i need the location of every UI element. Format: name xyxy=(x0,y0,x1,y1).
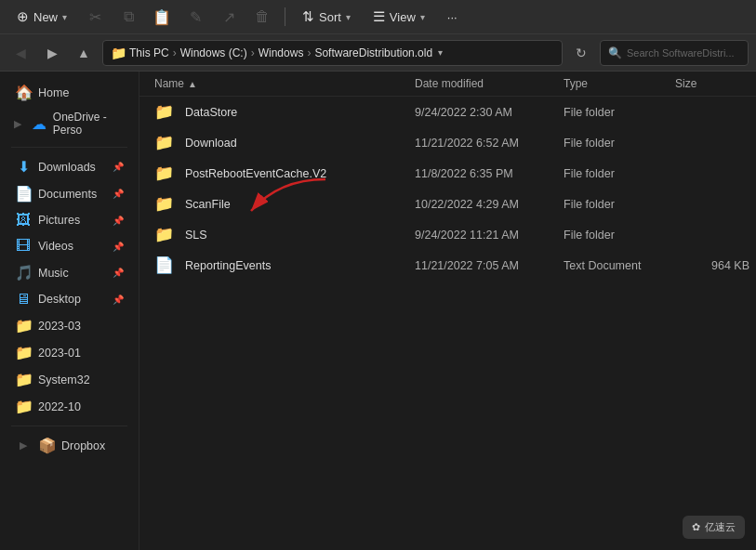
file-date: 10/22/2022 4:29 AM xyxy=(415,198,564,211)
sidebar-item-2023-01[interactable]: 📁 2023-01 xyxy=(4,339,135,366)
filelist-header: Name ▲ Date modified Type Size xyxy=(139,72,756,97)
watermark: ✿ 亿速云 xyxy=(683,516,745,539)
pictures-icon: 🖼 xyxy=(15,212,32,229)
table-row[interactable]: 📄 ReportingEvents 11/21/2022 7:05 AM Tex… xyxy=(139,250,756,281)
sidebar-item-2022-10[interactable]: 📁 2022-10 xyxy=(4,393,135,420)
downloads-icon: ⬇ xyxy=(15,158,32,176)
col-header-name[interactable]: Name ▲ xyxy=(154,77,415,90)
delete-button[interactable]: 🗑 xyxy=(247,4,277,30)
share-button[interactable]: ↗ xyxy=(214,4,244,30)
rename-button[interactable]: ✎ xyxy=(180,4,210,30)
watermark-text: 亿速云 xyxy=(705,520,736,534)
file-type: File folder xyxy=(564,137,675,150)
more-label: ··· xyxy=(447,10,458,24)
sidebar-item-pictures[interactable]: 🖼 Pictures 📌 xyxy=(4,207,135,233)
onedrive-expand-icon: ▶ xyxy=(11,118,25,130)
dropbox-expand-icon: ▶ xyxy=(15,439,32,452)
file-rows-container: 📁 DataStore 9/24/2022 2:30 AM File folde… xyxy=(139,97,756,281)
file-icon: 📄 xyxy=(154,255,174,275)
refresh-button[interactable]: ↻ xyxy=(568,40,594,66)
sidebar-item-system32-label: System32 xyxy=(38,373,90,386)
cut-button[interactable]: ✂ xyxy=(80,4,110,30)
folder-2022-10-icon: 📁 xyxy=(15,398,32,415)
sidebar-separator-1 xyxy=(11,147,127,148)
search-box[interactable]: 🔍 Search SoftwareDistri... xyxy=(600,40,749,66)
watermark-icon: ✿ xyxy=(692,521,700,533)
sidebar-item-2023-03-label: 2023-03 xyxy=(38,320,81,333)
dropbox-icon: 📦 xyxy=(38,437,55,454)
sidebar: 🏠 Home ▶ ☁ OneDrive - Perso ⬇ Downloads … xyxy=(0,72,139,550)
table-row[interactable]: 📁 DataStore 9/24/2022 2:30 AM File folde… xyxy=(139,97,756,127)
sidebar-item-home-label: Home xyxy=(38,86,69,99)
sidebar-item-downloads-label: Downloads xyxy=(38,161,96,174)
more-button[interactable]: ··· xyxy=(438,7,467,28)
sort-chevron-icon: ▾ xyxy=(346,12,351,22)
sidebar-item-home[interactable]: 🏠 Home xyxy=(4,79,135,106)
sidebar-item-system32[interactable]: 📁 System32 xyxy=(4,366,135,393)
path-dropdown-icon[interactable]: ▾ xyxy=(438,47,443,58)
file-type: File folder xyxy=(564,229,675,242)
copy-button[interactable]: ⧉ xyxy=(113,4,143,30)
table-row[interactable]: 📁 Download 11/21/2022 6:52 AM File folde… xyxy=(139,127,756,158)
new-icon: ⊕ xyxy=(17,8,29,25)
file-name: ReportingEvents xyxy=(185,259,271,272)
sidebar-separator-2 xyxy=(11,426,127,426)
path-thispc: 📁 This PC xyxy=(111,46,169,60)
col-header-date[interactable]: Date modified xyxy=(415,77,564,90)
pin-icon-documents: 📌 xyxy=(113,189,124,199)
sidebar-item-music-label: Music xyxy=(38,267,69,280)
back-button[interactable]: ◀ xyxy=(7,40,33,66)
sidebar-item-2022-10-label: 2022-10 xyxy=(38,400,81,413)
col-header-size[interactable]: Size xyxy=(675,77,749,90)
toolbar-separator xyxy=(285,7,285,26)
documents-icon: 📄 xyxy=(15,185,32,203)
file-list: Name ▲ Date modified Type Size 📁 DataSto… xyxy=(139,72,756,550)
folder-system32-icon: 📁 xyxy=(15,371,32,388)
file-type: Text Document xyxy=(564,259,675,272)
file-name: DataStore xyxy=(185,106,237,119)
sidebar-item-documents[interactable]: 📄 Documents 📌 xyxy=(4,180,135,207)
sidebar-item-dropbox[interactable]: ▶ 📦 Dropbox xyxy=(4,432,135,459)
view-button[interactable]: ☰ View ▾ xyxy=(364,5,434,29)
path-bar[interactable]: 📁 This PC › Windows (C:) › Windows › Sof… xyxy=(102,40,563,66)
table-row[interactable]: 📁 SLS 9/24/2022 11:21 AM File folder xyxy=(139,219,756,250)
folder-2023-01-icon: 📁 xyxy=(15,344,32,361)
up-button[interactable]: ▲ xyxy=(71,40,97,66)
sidebar-item-onedrive[interactable]: ▶ ☁ OneDrive - Perso xyxy=(4,106,135,141)
file-name: Download xyxy=(185,137,237,150)
table-row[interactable]: 📁 PostRebootEventCache.V2 11/8/2022 6:35… xyxy=(139,158,756,189)
file-name: ScanFile xyxy=(185,198,231,211)
toolbar: ⊕ New ▾ ✂ ⧉ 📋 ✎ ↗ 🗑 ⇅ Sort ▾ ☰ View ▾ ··… xyxy=(0,0,756,34)
new-label: New xyxy=(33,10,58,24)
file-icon: 📁 xyxy=(154,102,174,122)
new-button[interactable]: ⊕ New ▾ xyxy=(7,5,76,29)
file-icon: 📁 xyxy=(154,133,174,152)
sidebar-item-documents-label: Documents xyxy=(38,188,97,201)
file-name: PostRebootEventCache.V2 xyxy=(185,167,326,180)
main-layout: 🏠 Home ▶ ☁ OneDrive - Perso ⬇ Downloads … xyxy=(0,72,756,550)
file-date: 9/24/2022 2:30 AM xyxy=(415,106,564,119)
sidebar-item-downloads[interactable]: ⬇ Downloads 📌 xyxy=(4,153,135,180)
col-header-type[interactable]: Type xyxy=(564,77,675,90)
thispc-folder-icon: 📁 xyxy=(111,46,126,60)
table-row[interactable]: 📁 ScanFile 10/22/2022 4:29 AM File folde… xyxy=(139,189,756,219)
sidebar-item-videos-label: Videos xyxy=(38,240,73,253)
sort-button[interactable]: ⇅ Sort ▾ xyxy=(293,5,360,29)
sidebar-item-desktop[interactable]: 🖥 Desktop 📌 xyxy=(4,286,135,312)
path-sep-1: › xyxy=(173,46,177,59)
path-softdist: SoftwareDistribution.old xyxy=(314,46,432,59)
paste-button[interactable]: 📋 xyxy=(147,4,177,30)
sidebar-item-dropbox-label: Dropbox xyxy=(61,439,105,452)
forward-button[interactable]: ▶ xyxy=(39,40,65,66)
file-date: 11/21/2022 7:05 AM xyxy=(415,259,564,272)
sidebar-item-videos[interactable]: 🎞 Videos 📌 xyxy=(4,233,135,259)
onedrive-icon: ☁ xyxy=(32,115,46,133)
file-icon: 📁 xyxy=(154,194,174,214)
path-windows: Windows xyxy=(259,46,304,59)
address-bar: ◀ ▶ ▲ 📁 This PC › Windows (C:) › Windows… xyxy=(0,34,756,72)
sidebar-item-music[interactable]: 🎵 Music 📌 xyxy=(4,259,135,286)
file-icon: 📁 xyxy=(154,164,174,183)
file-date: 11/21/2022 6:52 AM xyxy=(415,137,564,150)
sidebar-item-2023-01-label: 2023-01 xyxy=(38,347,81,360)
sidebar-item-2023-03[interactable]: 📁 2023-03 xyxy=(4,312,135,339)
